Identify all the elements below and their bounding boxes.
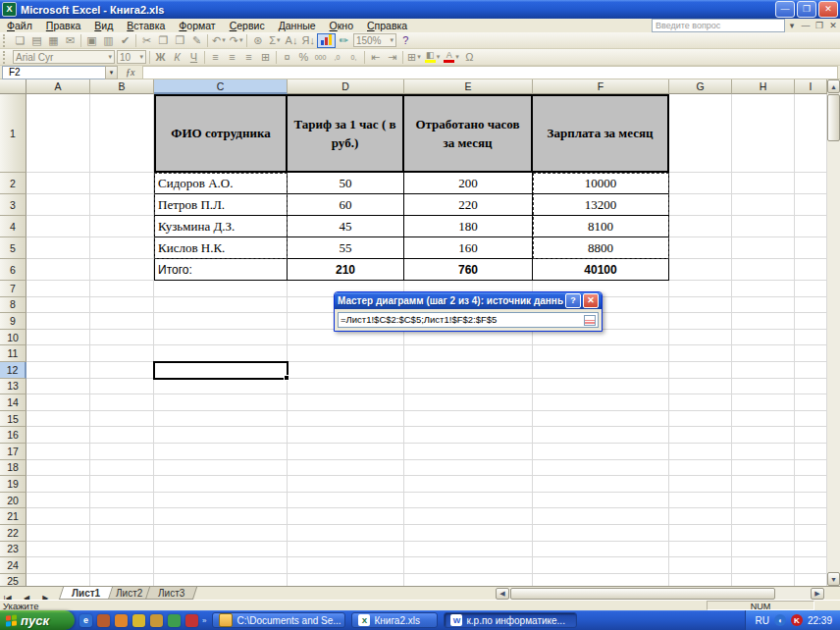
scroll-left-icon[interactable]: ◀	[496, 588, 509, 600]
cell-E12[interactable]	[404, 362, 533, 379]
insert-symbol-icon[interactable]: Ω	[461, 50, 478, 65]
menu-item-3[interactable]: Вид	[87, 19, 120, 32]
cell-F25[interactable]	[533, 574, 669, 586]
menu-item-9[interactable]: Справка	[360, 19, 414, 32]
cell-E20[interactable]	[404, 493, 533, 509]
cell-I17[interactable]	[795, 444, 827, 460]
cell-F13[interactable]	[533, 379, 669, 395]
row-header-5[interactable]: 5	[0, 237, 26, 259]
cell-A7[interactable]	[26, 281, 90, 297]
table-cell[interactable]: 10000	[533, 173, 669, 194]
cell-F12[interactable]	[533, 362, 669, 379]
cell-C18[interactable]	[154, 460, 288, 477]
cell-I25[interactable]	[795, 574, 827, 586]
restore-button[interactable]: ❐	[797, 1, 816, 18]
cell-G7[interactable]	[669, 281, 732, 297]
sheet-tab-Лист1[interactable]: Лист1	[59, 587, 113, 600]
close-button[interactable]: ✕	[818, 1, 838, 18]
cell-H19[interactable]	[732, 476, 795, 493]
row-header-11[interactable]: 11	[0, 345, 26, 362]
decrease-decimal-icon[interactable]: 0,	[345, 50, 362, 65]
tray-icon-antivirus[interactable]: K	[791, 614, 803, 626]
dialog-help-button[interactable]: ?	[565, 293, 581, 308]
font-name-dropdown-icon[interactable]: ▾	[105, 53, 112, 61]
workbook-restore-icon[interactable]: ❐	[813, 21, 826, 30]
cell-C22[interactable]	[154, 525, 288, 542]
cell-A5[interactable]	[26, 237, 90, 259]
task-button-2[interactable]: XКнига2.xls	[351, 612, 438, 628]
cell-C20[interactable]	[154, 493, 288, 509]
cell-I4[interactable]	[795, 216, 827, 237]
row-header-12[interactable]: 12	[0, 362, 26, 379]
cell-A17[interactable]	[26, 444, 90, 460]
cell-H20[interactable]	[732, 493, 795, 509]
cell-H17[interactable]	[732, 444, 795, 460]
cell-D12[interactable]	[288, 362, 404, 379]
cell-A20[interactable]	[26, 493, 90, 509]
cell-B2[interactable]	[90, 173, 154, 194]
cell-I12[interactable]	[795, 362, 827, 379]
new-document-icon[interactable]: ❏	[12, 33, 28, 48]
menu-item-7[interactable]: Данные	[272, 19, 323, 32]
fill-handle[interactable]	[284, 375, 289, 381]
cell-D10[interactable]	[288, 330, 404, 346]
table-cell[interactable]: Кузьмина Д.З.	[154, 216, 288, 237]
menu-item-1[interactable]: Файл	[0, 19, 39, 32]
cell-B7[interactable]	[90, 281, 154, 297]
cell-G18[interactable]	[669, 460, 732, 477]
open-icon[interactable]: ▤	[28, 33, 45, 48]
merge-and-center-icon[interactable]: ⊞	[257, 50, 274, 65]
insert-function-icon[interactable]: ƒx	[126, 67, 134, 78]
table-header-cell[interactable]: Тариф за 1 час ( в руб.)	[288, 94, 404, 173]
workbook-minimize-icon[interactable]: —	[799, 21, 813, 30]
title-bar[interactable]: X Microsoft Excel - Книга2.xls — ❐ ✕	[0, 0, 840, 19]
column-header-A[interactable]: A	[26, 79, 90, 94]
name-box-dropdown-icon[interactable]: ▾	[105, 66, 118, 79]
cell-A2[interactable]	[26, 173, 90, 194]
column-header-B[interactable]: B	[90, 79, 154, 94]
row-header-15[interactable]: 15	[0, 411, 26, 428]
font-name-combo[interactable]: Arial Cyr▾	[13, 50, 115, 64]
cell-I6[interactable]	[795, 259, 827, 281]
table-cell[interactable]: 160	[404, 237, 533, 259]
cell-E21[interactable]	[404, 508, 533, 525]
row-header-21[interactable]: 21	[0, 508, 26, 525]
cell-C21[interactable]	[154, 508, 288, 525]
cell-B18[interactable]	[90, 460, 154, 477]
cell-B9[interactable]	[90, 313, 154, 330]
cell-G4[interactable]	[669, 216, 732, 237]
cell-A8[interactable]	[26, 297, 90, 314]
cell-H22[interactable]	[732, 525, 795, 542]
cell-I8[interactable]	[795, 297, 827, 314]
quick-launch-icon-7[interactable]	[185, 614, 198, 627]
menu-item-4[interactable]: Вставка	[120, 19, 172, 32]
cell-C14[interactable]	[154, 394, 288, 411]
increase-indent-icon[interactable]: ⇥	[384, 50, 400, 65]
cell-B25[interactable]	[90, 574, 154, 586]
table-total-cell[interactable]: 760	[404, 259, 533, 281]
cell-H8[interactable]	[732, 297, 795, 314]
cell-G23[interactable]	[669, 542, 732, 558]
cell-G13[interactable]	[669, 379, 732, 395]
underline-icon[interactable]: Ч	[185, 50, 202, 65]
cell-G6[interactable]	[669, 259, 732, 281]
cell-H4[interactable]	[732, 216, 795, 237]
menu-item-8[interactable]: Окно	[323, 19, 360, 32]
table-header-cell[interactable]: Отработано часов за месяц	[404, 94, 533, 173]
cell-D16[interactable]	[288, 427, 404, 444]
cell-F11[interactable]	[533, 345, 669, 362]
column-header-C[interactable]: C	[154, 79, 288, 94]
horizontal-scrollbar[interactable]: ◀ ▶	[496, 588, 825, 600]
cell-B22[interactable]	[90, 525, 154, 542]
cell-D25[interactable]	[288, 574, 404, 586]
cell-D17[interactable]	[288, 444, 404, 460]
cell-I1[interactable]	[795, 94, 827, 173]
quick-launch-icon-3[interactable]	[115, 614, 128, 627]
cell-D20[interactable]	[288, 493, 404, 509]
cell-A13[interactable]	[26, 379, 90, 395]
quick-launch-icon-2[interactable]	[97, 614, 110, 627]
spelling-icon[interactable]: ✔	[117, 33, 133, 48]
cell-D23[interactable]	[288, 542, 404, 558]
row-header-8[interactable]: 8	[0, 297, 26, 314]
cell-G9[interactable]	[669, 313, 732, 330]
